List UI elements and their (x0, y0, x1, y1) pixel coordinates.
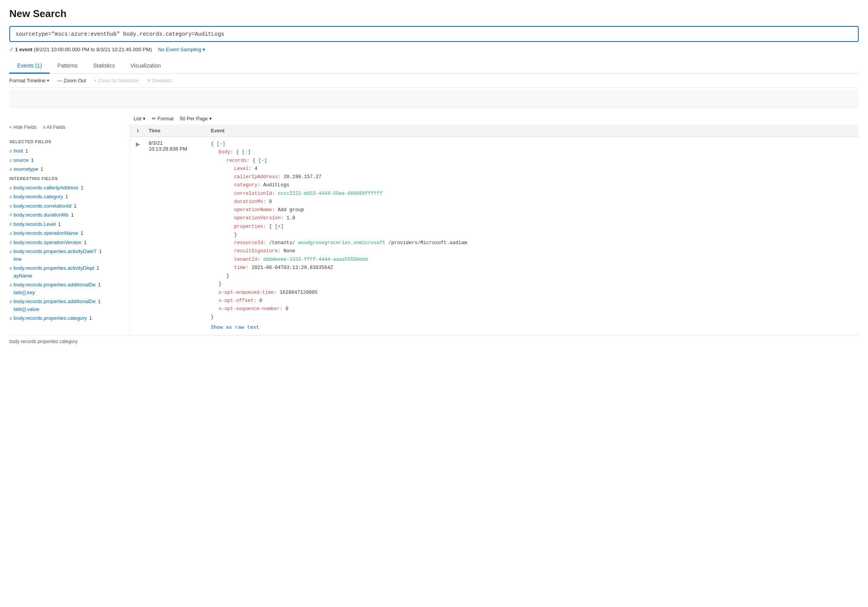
field-additionaldetailskey-link[interactable]: body.records.properties.additionalDetail… (14, 281, 96, 296)
search-bar-wrapper (9, 26, 859, 42)
json-collapse-root[interactable]: [-] (217, 141, 226, 147)
list-item: a body.records.operationName 1 (9, 229, 123, 237)
page-container: New Search ✓ 1 event (8/2/21 10:00:00.00… (0, 0, 868, 355)
bottom-bar: body records properties category (9, 335, 859, 347)
field-propscategory-link[interactable]: body.records.properties.category (14, 314, 87, 322)
tab-visualization[interactable]: Visualization (123, 59, 168, 74)
result-check: ✓ 1 event (8/2/21 10:00:00.000 PM to 8/3… (9, 47, 152, 52)
page-title: New Search (9, 8, 859, 20)
zoom-out-button[interactable]: — Zoom Out (57, 78, 86, 83)
show-raw-text-link[interactable]: Show as raw text (211, 322, 856, 332)
field-correlationid-link[interactable]: body.records.correlationId (14, 202, 71, 210)
field-sourcetype-link[interactable]: sourcetype (14, 165, 38, 173)
right-panel: i Time Event ▶ 8/3/21 10:13:29.838 PM { … (130, 125, 859, 335)
list-item: # body.records.Level 1 (9, 220, 123, 228)
tab-patterns[interactable]: Patterns (50, 59, 85, 74)
result-range: (8/2/21 10:00:00.000 PM to 8/3/21 10:21:… (34, 47, 152, 52)
main-toolbar: List ✏ Format 50 Per Page (134, 113, 859, 125)
event-time: 10:13:29.838 PM (149, 146, 205, 152)
field-category-link[interactable]: body.records.category (14, 193, 63, 201)
zoom-to-selection-button: + Zoom to Selection (94, 78, 139, 83)
deselect-button: ✕ Deselect (147, 78, 172, 83)
list-item: # body.records.operationVersion 1 (9, 239, 123, 246)
tab-events[interactable]: Events (1) (9, 59, 50, 74)
left-panel: < Hide Fields ≡ All Fields SELECTED FIEL… (9, 125, 130, 335)
selected-fields-label: SELECTED FIELDS (9, 139, 123, 144)
hide-fields-button[interactable]: < Hide Fields (9, 125, 36, 130)
event-content: { [-] body: { [-] records: { [-] Level: … (208, 140, 859, 332)
tab-statistics[interactable]: Statistics (85, 59, 123, 74)
field-activitydatetime-link[interactable]: body.records.properties.activityDateTime (14, 248, 97, 263)
json-expand-properties[interactable]: [+] (275, 224, 284, 229)
expand-row-button[interactable]: ▶ (130, 140, 146, 332)
field-host-link[interactable]: host (14, 147, 23, 155)
per-page-dropdown-button[interactable]: 50 Per Page (180, 116, 212, 121)
list-item: a body.records.properties.additionalDeta… (9, 281, 123, 296)
field-source-link[interactable]: source (14, 156, 29, 164)
tabs-bar: Events (1) Patterns Statistics Visualiza… (9, 59, 859, 74)
format-timeline-button[interactable]: Format Timeline ▾ (9, 78, 49, 83)
field-operationversion-link[interactable]: body.records.operationVersion (14, 239, 82, 246)
list-item: a body.records.properties.additionalDeta… (9, 298, 123, 313)
interesting-fields-list: a body.records.callerIpAddress 1 a body.… (9, 184, 123, 322)
list-item: a source 1 (9, 156, 123, 164)
col-header-event: Event (208, 128, 859, 134)
result-summary: ✓ 1 event (8/2/21 10:00:00.000 PM to 8/3… (9, 47, 859, 52)
field-callerip-link[interactable]: body.records.callerIpAddress (14, 184, 78, 192)
breadcrumb-path: body records properties category (9, 339, 77, 344)
timeline-controls: Format Timeline ▾ — Zoom Out + Zoom to S… (9, 74, 859, 88)
field-additionaldetailsvalue-link[interactable]: body.records.properties.additionalDetail… (14, 298, 96, 313)
list-item: a body.records.callerIpAddress 1 (9, 184, 123, 192)
json-collapse-body[interactable]: [-] (242, 149, 251, 155)
event-timestamp: 8/3/21 10:13:29.838 PM (146, 140, 208, 332)
search-input[interactable] (16, 31, 852, 37)
json-collapse-records[interactable]: [-] (259, 158, 267, 163)
interesting-fields-label: INTERESTING FIELDS (9, 176, 123, 181)
no-sampling-dropdown[interactable]: No Event Sampling (158, 47, 205, 52)
list-item: # body.records.durationMs 1 (9, 211, 123, 219)
list-item: a body.records.properties.activityDispla… (9, 264, 123, 279)
list-item: a body.records.properties.category 1 (9, 314, 123, 322)
list-item: a body.records.category 1 (9, 193, 123, 201)
format-button[interactable]: ✏ Format (152, 116, 174, 121)
field-activitydisplayname-link[interactable]: body.records.properties.activityDisplayN… (14, 264, 94, 279)
event-date: 8/3/21 (149, 140, 205, 146)
field-level-link[interactable]: body.records.Level (14, 220, 56, 228)
table-header: i Time Event (130, 125, 859, 137)
field-durationms-link[interactable]: body.records.durationMs (14, 211, 69, 219)
list-dropdown-button[interactable]: List (134, 116, 146, 121)
list-item: a host 1 (9, 147, 123, 155)
content-area: < Hide Fields ≡ All Fields SELECTED FIEL… (9, 125, 859, 335)
all-fields-button[interactable]: ≡ All Fields (43, 125, 65, 130)
col-header-time: Time (146, 128, 208, 134)
list-item: a body.records.correlationId 1 (9, 202, 123, 210)
result-count: 1 event (15, 47, 33, 52)
field-operationname-link[interactable]: body.records.operationName (14, 229, 78, 237)
check-icon: ✓ (9, 47, 14, 52)
format-timeline-arrow-icon: ▾ (47, 78, 49, 83)
list-item: a sourcetype 1 (9, 165, 123, 173)
timeline-area (9, 89, 859, 108)
col-header-i: i (130, 128, 146, 134)
pencil-icon: ✏ (152, 116, 156, 121)
list-item: a body.records.properties.activityDateTi… (9, 248, 123, 263)
table-row: ▶ 8/3/21 10:13:29.838 PM { [-] body: { [… (130, 137, 859, 335)
fields-header: < Hide Fields ≡ All Fields (9, 125, 123, 133)
selected-fields-list: a host 1 a source 1 a sourcetype 1 (9, 147, 123, 173)
